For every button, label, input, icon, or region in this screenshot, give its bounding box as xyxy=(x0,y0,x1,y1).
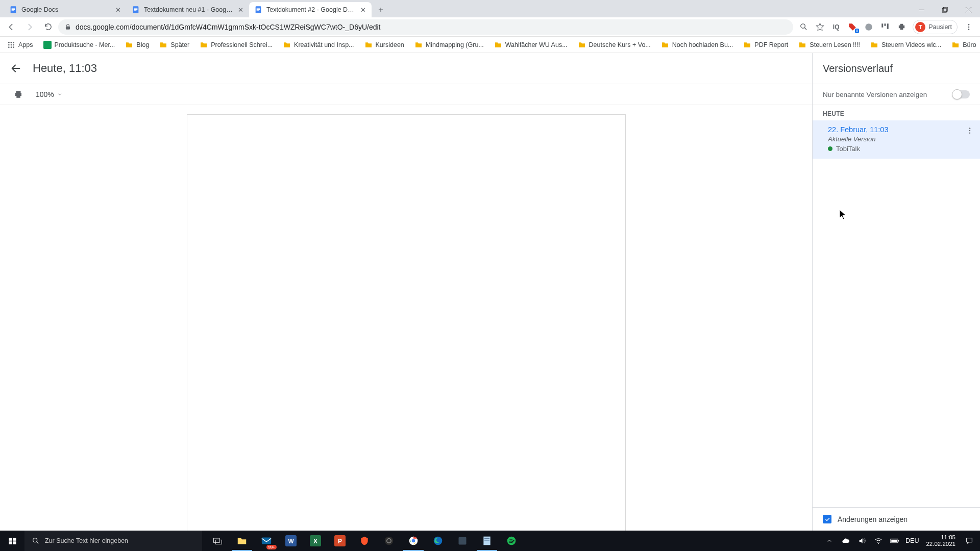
reload-button[interactable] xyxy=(40,19,56,35)
tray-battery-icon[interactable] xyxy=(889,538,900,544)
extension-grid-icon[interactable] xyxy=(880,22,890,32)
bookmark-item[interactable]: Später xyxy=(155,38,193,52)
obs-icon xyxy=(384,536,394,546)
svg-point-28 xyxy=(11,44,12,45)
action-center-button[interactable] xyxy=(963,537,976,545)
docs-icon xyxy=(132,6,140,14)
browser-tab-active[interactable]: Textdokument #2 - Google Docs ✕ xyxy=(249,2,372,17)
svg-rect-11 xyxy=(257,10,259,11)
taskbar-app-spotify[interactable] xyxy=(499,531,524,551)
bookmark-item[interactable]: Professionell Schrei... xyxy=(195,38,277,52)
maximize-button[interactable] xyxy=(933,2,957,17)
bookmark-item[interactable]: Kursideen xyxy=(360,38,408,52)
excel-icon: X xyxy=(310,535,321,546)
folder-icon xyxy=(798,41,806,49)
close-window-button[interactable] xyxy=(957,2,980,17)
window-controls xyxy=(910,2,980,17)
bookmark-label: Kreativität und Insp... xyxy=(294,41,354,48)
tray-overflow-button[interactable] xyxy=(824,538,835,544)
taskbar-app-notepad[interactable] xyxy=(475,531,499,551)
tab-title: Textdokument #2 - Google Docs xyxy=(266,6,355,13)
version-item[interactable]: 22. Februar, 11:03 Aktuelle Version Tobi… xyxy=(813,120,980,159)
taskbar-app-brave[interactable] xyxy=(352,531,377,551)
notification-icon xyxy=(965,537,973,545)
bookmark-item[interactable]: Deutsche Kurs + Vo... xyxy=(574,38,655,52)
named-only-toggle[interactable] xyxy=(952,90,970,98)
apps-button[interactable]: Apps xyxy=(3,38,37,52)
tray-volume-icon[interactable] xyxy=(856,537,868,545)
folder-icon xyxy=(494,41,502,49)
folder-icon xyxy=(200,41,208,49)
url-input[interactable]: docs.google.com/document/d/1dGmfcW4CmW1g… xyxy=(58,19,793,35)
bookmark-item[interactable]: Kreativität und Insp... xyxy=(279,38,358,52)
taskbar-app-powerpoint[interactable]: P xyxy=(328,531,352,551)
volume-icon xyxy=(858,537,866,545)
svg-point-29 xyxy=(13,44,14,45)
extension-iq-icon[interactable]: IQ xyxy=(831,22,841,32)
document-toolbar: 100% xyxy=(0,84,812,105)
bookmark-item[interactable]: Büro xyxy=(947,38,980,52)
close-icon[interactable]: ✕ xyxy=(359,6,366,13)
taskbar-app-chrome[interactable] xyxy=(401,531,426,551)
folder-icon xyxy=(951,41,960,49)
apps-label: Apps xyxy=(18,41,33,48)
taskbar-app-explorer[interactable] xyxy=(230,531,254,551)
back-button[interactable] xyxy=(3,19,19,35)
search-placeholder: Zur Suche Text hier eingeben xyxy=(45,537,128,544)
taskbar-app-excel[interactable]: X xyxy=(303,531,328,551)
taskbar-app-mail[interactable]: 99+ xyxy=(254,531,279,551)
bookmark-item[interactable]: Mindmapping (Gru... xyxy=(410,38,488,52)
forward-button[interactable] xyxy=(21,19,38,35)
bookmark-item[interactable]: PDF Report xyxy=(739,38,792,52)
powerpoint-icon: P xyxy=(334,535,346,546)
version-author: TobiTalk xyxy=(828,145,970,153)
print-button[interactable] xyxy=(11,87,26,102)
new-tab-button[interactable] xyxy=(374,3,388,17)
start-button[interactable] xyxy=(0,531,24,551)
minimize-button[interactable] xyxy=(910,2,933,17)
svg-point-30 xyxy=(8,46,10,48)
svg-point-50 xyxy=(385,537,394,545)
close-icon[interactable]: ✕ xyxy=(114,6,121,13)
taskbar-search[interactable]: Zur Suche Text hier eingeben xyxy=(24,531,202,551)
tray-language[interactable]: DEU xyxy=(905,537,919,544)
bookmark-label: Noch hochladen Bu... xyxy=(672,41,733,48)
taskbar-app-edge[interactable] xyxy=(426,531,450,551)
tray-onedrive-icon[interactable] xyxy=(840,537,851,545)
show-changes-checkbox[interactable] xyxy=(823,515,831,523)
version-timestamp: 22. Februar, 11:03 xyxy=(828,126,970,134)
bookmark-item[interactable]: Produktsuche - Mer... xyxy=(39,38,119,52)
zoom-icon[interactable] xyxy=(798,22,808,32)
zoom-value: 100% xyxy=(36,90,54,98)
bookmark-label: Später xyxy=(170,41,189,48)
chrome-menu-icon[interactable] xyxy=(964,22,974,32)
task-view-button[interactable] xyxy=(205,531,230,551)
taskbar-app-word[interactable]: W xyxy=(279,531,303,551)
taskbar-app-generic1[interactable] xyxy=(450,531,475,551)
bookmark-item[interactable]: Steuern Lesen !!!! xyxy=(794,38,864,52)
bookmark-star-icon[interactable] xyxy=(815,22,825,32)
taskbar-apps: 99+ W X P xyxy=(205,531,524,551)
svg-point-16 xyxy=(800,24,805,29)
version-menu-button[interactable] xyxy=(966,127,974,135)
taskbar-app-obs[interactable] xyxy=(377,531,401,551)
close-icon[interactable]: ✕ xyxy=(237,6,244,13)
version-title: Heute, 11:03 xyxy=(33,62,97,75)
browser-tab[interactable]: Textdokument neu #1 - Google D ✕ xyxy=(127,2,249,17)
browser-tab[interactable]: Google Docs ✕ xyxy=(4,2,127,17)
tray-clock[interactable]: 11:05 22.02.2021 xyxy=(924,534,958,547)
extensions-puzzle-icon[interactable] xyxy=(896,22,906,32)
extension-circle-icon[interactable] xyxy=(864,22,874,32)
bookmark-item[interactable]: Noch hochladen Bu... xyxy=(657,38,738,52)
svg-point-24 xyxy=(8,42,10,43)
bookmark-item[interactable]: Steuern Videos wic... xyxy=(866,38,945,52)
profile-button[interactable]: T Pausiert xyxy=(913,20,958,34)
bookmark-item[interactable]: Blog xyxy=(121,38,153,52)
svg-rect-2 xyxy=(12,9,15,10)
history-back-button[interactable] xyxy=(9,62,22,75)
bookmark-item[interactable]: Wahlfächer WU Aus... xyxy=(490,38,572,52)
tray-wifi-icon[interactable] xyxy=(873,537,884,545)
extension-tag-icon[interactable]: 0 xyxy=(847,22,857,32)
document-canvas[interactable] xyxy=(0,105,812,531)
zoom-select[interactable]: 100% xyxy=(33,87,65,102)
